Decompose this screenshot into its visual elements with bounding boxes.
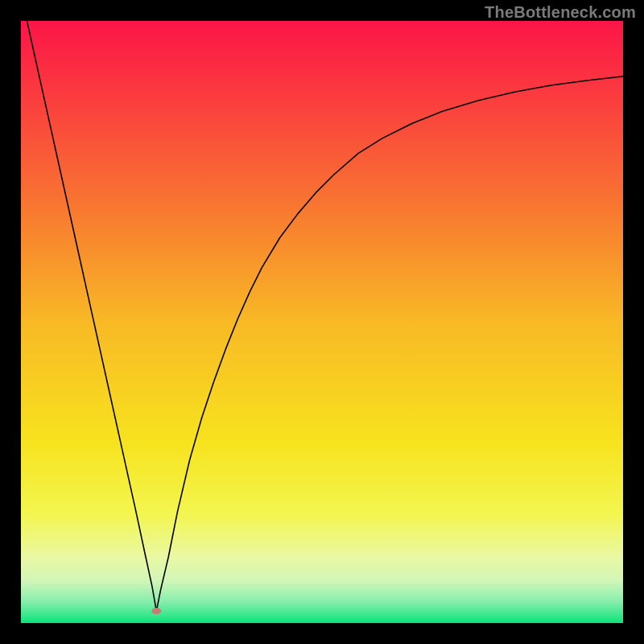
gradient-background <box>21 21 623 623</box>
optimal-point-marker <box>151 608 161 614</box>
watermark-text: TheBottleneck.com <box>485 3 636 22</box>
bottleneck-curve-plot <box>21 21 623 623</box>
chart-frame <box>21 21 623 623</box>
